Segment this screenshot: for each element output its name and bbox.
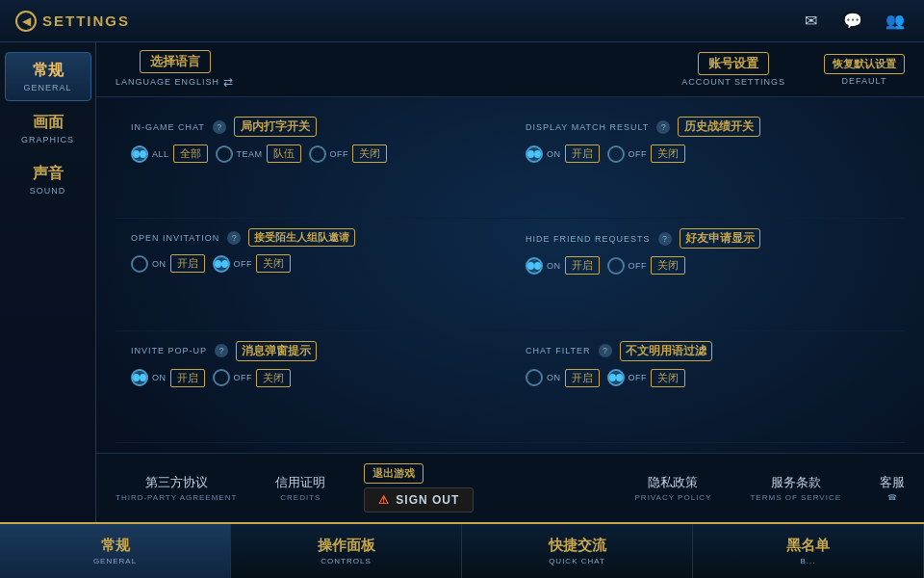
invite-popup-on-cn: 开启 (170, 369, 205, 387)
open-invitation-info-icon[interactable]: ? (227, 231, 241, 245)
radio-off-cn: 关闭 (352, 144, 387, 163)
invite-popup-on-circle (131, 369, 148, 386)
invite-popup-options: ON 开启 OFF 关闭 (131, 369, 495, 387)
open-invitation-on-circle (131, 255, 148, 273)
display-match-off[interactable]: OFF 关闭 (607, 144, 686, 163)
invite-popup-cn: 消息弹窗提示 (236, 341, 317, 361)
radio-all[interactable]: ALL 全部 (131, 144, 208, 163)
open-invitation-on-cn: 开启 (170, 254, 205, 273)
display-match-info-icon[interactable]: ? (656, 120, 670, 134)
hide-friend-options: ON 开启 OFF 关闭 (526, 256, 889, 275)
tab-quick-chat-cn: 快捷交流 (549, 537, 606, 555)
invite-popup-off[interactable]: OFF 关闭 (213, 369, 292, 387)
back-icon: ◀ (15, 11, 37, 32)
setting-chat-filter: CHAT FILTER ? 不文明用语过滤 ON 开启 OFF (510, 331, 905, 443)
open-invitation-off-cn: 关闭 (256, 254, 291, 273)
account-en-label: ACCOUNT SETTINGS (681, 77, 785, 87)
credits-cn: 信用证明 (275, 474, 325, 491)
radio-team-cn: 队伍 (267, 144, 301, 163)
tab-general[interactable]: 常规 GENERAL (0, 524, 231, 578)
open-invitation-off-circle (213, 255, 230, 273)
sidebar: 常规 GENERAL 画面 GRAPHICS 声音 SOUND (0, 42, 96, 522)
open-invitation-off-en: OFF (234, 259, 253, 269)
radio-all-circle (131, 145, 148, 163)
account-cn-label[interactable]: 账号设置 (698, 52, 769, 75)
account-section: 账号设置 ACCOUNT SETTINGS (681, 52, 785, 87)
tab-controls-en: CONTROLS (321, 557, 371, 565)
tab-general-cn: 常规 (101, 537, 130, 555)
settings-grid: IN-GAME CHAT ? 局内打字开关 ALL 全部 TEAM (96, 97, 924, 453)
default-en-label: DEFAULT (842, 76, 887, 86)
tab-quick-chat[interactable]: 快捷交流 QUICK CHAT (462, 524, 693, 578)
hide-friend-label: HIDE FRIEND REQUESTS (526, 234, 651, 244)
display-match-options: ON 开启 OFF 关闭 (526, 144, 889, 163)
sidebar-item-general[interactable]: 常规 GENERAL (5, 52, 91, 101)
cs-cn: 客服 (880, 474, 905, 491)
back-button[interactable]: ◀ SETTINGS (15, 11, 130, 32)
tab-general-en: GENERAL (93, 557, 137, 565)
sidebar-item-sound[interactable]: 声音 SOUND (5, 156, 91, 203)
tab-controls[interactable]: 操作面板 CONTROLS (231, 524, 462, 578)
setting-invite-popup: INVITE POP-UP ? 消息弹窗提示 ON 开启 OFF (116, 331, 510, 443)
third-party-en: THIRD-PARTY AGREEMENT (116, 493, 237, 502)
invite-popup-info-icon[interactable]: ? (215, 344, 228, 357)
invite-popup-on[interactable]: ON 开启 (131, 369, 205, 387)
cs-icon: ☎ (887, 493, 898, 502)
in-game-chat-cn: 局内打字开关 (234, 117, 317, 137)
tos-link[interactable]: 服务条款 TERMS OF SERVICE (750, 474, 841, 502)
third-party-cn: 第三方协议 (145, 474, 208, 491)
chat-filter-off[interactable]: OFF 关闭 (607, 369, 686, 387)
display-match-off-en: OFF (629, 149, 648, 159)
hide-friend-info-icon[interactable]: ? (658, 232, 672, 246)
hide-friend-off[interactable]: OFF 关闭 (607, 256, 686, 275)
display-match-on-cn: 开启 (565, 144, 600, 163)
sidebar-item-graphics[interactable]: 画面 GRAPHICS (5, 105, 91, 152)
chat-filter-on-cn: 开启 (565, 369, 600, 387)
tab-blacklist-en: B... (800, 557, 815, 565)
in-game-chat-options: ALL 全部 TEAM 队伍 OFF 关闭 (131, 144, 495, 163)
in-game-chat-info-icon[interactable]: ? (213, 120, 226, 134)
page-title: SETTINGS (42, 13, 130, 29)
language-cn-label[interactable]: 选择语言 (140, 50, 211, 73)
chat-icon[interactable]: 💬 (839, 8, 866, 35)
radio-team-en: TEAM (237, 149, 263, 159)
chat-filter-on-circle (526, 369, 543, 386)
chat-filter-info-icon[interactable]: ? (599, 344, 612, 357)
privacy-cn: 隐私政策 (648, 474, 698, 491)
header-icons: ✉ 💬 👥 (797, 8, 909, 35)
bottom-links: 第三方协议 THIRD-PARTY AGREEMENT 信用证明 CREDITS… (96, 453, 924, 522)
hide-friend-on-cn: 开启 (565, 256, 600, 275)
display-match-off-cn: 关闭 (651, 144, 685, 163)
display-match-on-circle (526, 145, 543, 163)
hide-friend-on-circle (526, 257, 543, 275)
open-invitation-on[interactable]: ON 开启 (131, 254, 205, 273)
sign-out-button[interactable]: ⚠ SIGN OUT (364, 487, 474, 512)
display-match-on[interactable]: ON 开启 (526, 144, 600, 163)
chat-filter-off-circle (607, 369, 625, 386)
hide-friend-off-en: OFF (629, 261, 648, 271)
content-area: 选择语言 LANGUAGE ENGLISH ⇄ 账号设置 ACCOUNT SET… (96, 42, 924, 522)
default-cn-label[interactable]: 恢复默认设置 (824, 54, 905, 74)
tab-bar: 常规 GENERAL 操作面板 CONTROLS 快捷交流 QUICK CHAT… (0, 522, 924, 578)
people-icon[interactable]: 👥 (882, 8, 909, 35)
in-game-chat-label: IN-GAME CHAT (131, 122, 205, 132)
top-bar: 选择语言 LANGUAGE ENGLISH ⇄ 账号设置 ACCOUNT SET… (96, 42, 924, 97)
hide-friend-on[interactable]: ON 开启 (526, 256, 600, 275)
tos-en: TERMS OF SERVICE (750, 493, 841, 502)
cs-link[interactable]: 客服 ☎ (880, 474, 905, 502)
envelope-icon[interactable]: ✉ (797, 8, 824, 35)
sidebar-graphics-cn: 画面 (33, 113, 64, 133)
radio-team[interactable]: TEAM 队伍 (216, 144, 301, 163)
invite-popup-label: INVITE POP-UP (131, 346, 207, 355)
tos-cn: 服务条款 (771, 474, 821, 491)
swap-icon[interactable]: ⇄ (223, 75, 234, 89)
tab-blacklist[interactable]: 黑名单 B... (693, 524, 924, 578)
third-party-link[interactable]: 第三方协议 THIRD-PARTY AGREEMENT (116, 474, 237, 502)
privacy-link[interactable]: 隐私政策 PRIVACY POLICY (635, 474, 712, 502)
hide-friend-on-en: ON (547, 261, 561, 271)
open-invitation-off[interactable]: OFF 关闭 (213, 254, 292, 273)
invite-popup-off-circle (213, 369, 230, 386)
radio-off[interactable]: OFF 关闭 (309, 144, 388, 163)
chat-filter-on[interactable]: ON 开启 (526, 369, 600, 387)
credits-link[interactable]: 信用证明 CREDITS (275, 474, 325, 502)
